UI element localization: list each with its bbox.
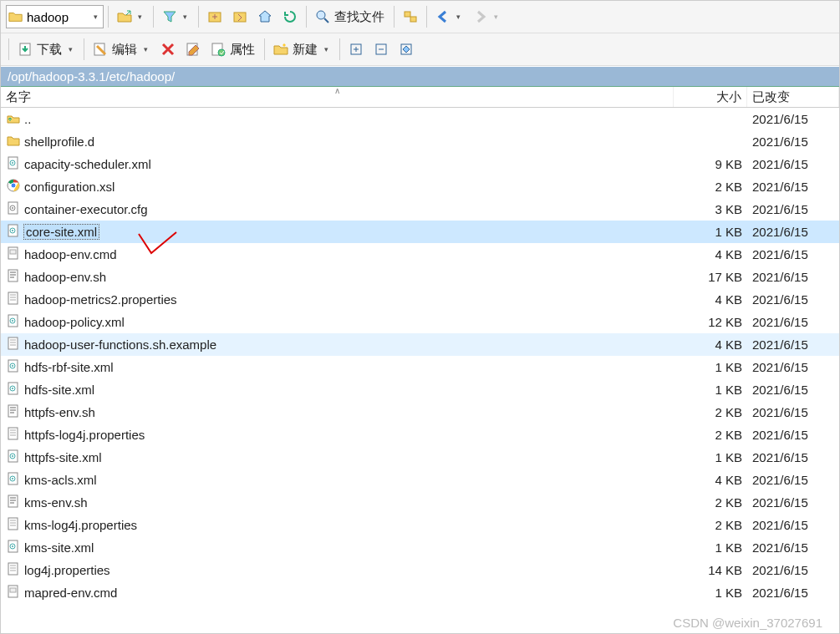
svg-point-20 (12, 207, 13, 209)
file-size: 3 KB (674, 202, 747, 216)
file-row[interactable]: hadoop-metrics2.properties4 KB2021/6/15 (1, 288, 839, 311)
file-date: 2021/6/15 (747, 180, 839, 194)
file-date: 2021/6/15 (747, 428, 839, 442)
file-row[interactable]: hadoop-policy.xml12 KB2021/6/15 (1, 311, 839, 333)
back-button[interactable]: ▾ (431, 5, 467, 28)
watermark: CSDN @weixin_37027691 (673, 616, 822, 630)
properties-button[interactable]: 属性 (206, 38, 260, 61)
svg-rect-51 (8, 563, 18, 575)
cmd-icon (6, 584, 21, 601)
sort-ascending-icon: ∧ (334, 86, 340, 95)
refresh-button[interactable] (278, 5, 302, 28)
header-date[interactable]: 已改变 (747, 87, 839, 107)
file-date: 2021/6/15 (747, 360, 839, 374)
separator (264, 38, 265, 60)
file-date: 2021/6/15 (747, 157, 839, 171)
header-size[interactable]: 大小 (674, 87, 747, 107)
forward-button[interactable]: ▾ (469, 5, 505, 28)
svg-rect-3 (405, 12, 410, 17)
chevron-down-icon[interactable]: ▾ (135, 13, 145, 21)
file-row[interactable]: configuration.xsl2 KB2021/6/15 (1, 175, 839, 198)
file-name: shellprofile.d (24, 134, 94, 149)
file-row[interactable]: hadoop-env.cmd4 KB2021/6/15 (1, 243, 839, 266)
edit-button[interactable]: 编辑 ▾ (89, 38, 155, 61)
file-row[interactable]: shellprofile.d2021/6/15 (1, 130, 839, 153)
file-name: kms-site.xml (24, 540, 94, 555)
txt-icon (6, 561, 21, 579)
file-row[interactable]: hadoop-user-functions.sh.example4 KB2021… (1, 333, 839, 356)
separator (198, 6, 199, 28)
new-button[interactable]: 新建 ▾ (269, 38, 335, 61)
collapse-button[interactable] (369, 38, 393, 61)
rename-button[interactable] (181, 38, 205, 61)
file-row[interactable]: kms-acls.xml4 KB2021/6/15 (1, 469, 839, 491)
file-row[interactable]: log4j.properties14 KB2021/6/15 (1, 559, 839, 581)
address-bar[interactable]: /opt/hadoop-3.3.1/etc/hadoop/ (1, 66, 839, 87)
svg-rect-31 (8, 337, 18, 349)
file-name: hadoop-policy.xml (24, 315, 125, 329)
filter-button[interactable]: ▾ (158, 5, 194, 28)
txt-icon (6, 516, 21, 534)
txt-icon (6, 336, 21, 353)
file-size: 1 KB (674, 450, 747, 464)
toolbar-row-2: 下载 ▾ 编辑 ▾ 属性 新建 ▾ (1, 33, 839, 66)
file-row[interactable]: httpfs-env.sh2 KB2021/6/15 (1, 401, 839, 424)
up-icon (6, 110, 21, 128)
sync-tree-button[interactable] (399, 5, 422, 28)
file-row[interactable]: kms-log4j.properties2 KB2021/6/15 (1, 514, 839, 536)
file-size: 4 KB (674, 247, 747, 261)
open-remote-button[interactable]: ▾ (113, 5, 149, 28)
path-combo[interactable]: ▾ (6, 5, 104, 28)
file-row[interactable]: container-executor.cfg3 KB2021/6/15 (1, 198, 839, 221)
file-row[interactable]: hdfs-rbf-site.xml1 KB2021/6/15 (1, 356, 839, 378)
file-row[interactable]: ..2021/6/15 (1, 108, 839, 130)
file-row[interactable]: hadoop-env.sh17 KB2021/6/15 (1, 266, 839, 288)
file-row[interactable]: core-site.xml1 KB2021/6/15 (1, 221, 839, 243)
file-date: 2021/6/15 (747, 202, 839, 216)
file-name: hdfs-site.xml (24, 383, 94, 397)
chevron-down-icon[interactable]: ▾ (90, 13, 101, 21)
expand-button[interactable] (344, 38, 368, 61)
chevron-down-icon[interactable]: ▾ (65, 45, 76, 53)
svg-rect-39 (8, 428, 18, 439)
svg-point-34 (12, 365, 13, 367)
file-row[interactable]: kms-site.xml1 KB2021/6/15 (1, 536, 839, 559)
file-size: 2 KB (674, 428, 747, 442)
home-button[interactable] (253, 5, 277, 28)
new-label: 新建 (291, 42, 319, 58)
svg-point-23 (12, 230, 13, 231)
separator (339, 38, 340, 60)
delete-button[interactable] (156, 38, 180, 61)
address-text: /opt/hadoop-3.3.1/etc/hadoop/ (8, 69, 175, 84)
chevron-down-icon[interactable]: ▾ (321, 45, 332, 53)
find-files-button[interactable]: 查找文件 (311, 5, 389, 28)
folder-left-button[interactable] (203, 5, 227, 28)
select-all-button[interactable] (395, 38, 418, 61)
sh-icon (6, 268, 21, 286)
file-row[interactable]: httpfs-site.xml1 KB2021/6/15 (1, 446, 839, 469)
chevron-down-icon[interactable]: ▾ (180, 13, 191, 21)
file-row[interactable]: mapred-env.cmd1 KB2021/6/15 (1, 581, 839, 604)
folder-right-button[interactable] (228, 5, 252, 28)
svg-rect-4 (410, 17, 416, 22)
file-name: httpfs-log4j.properties (24, 428, 145, 442)
folder-icon (6, 133, 21, 150)
file-date: 2021/6/15 (747, 450, 839, 464)
download-button[interactable]: 下载 ▾ (13, 38, 79, 61)
file-date: 2021/6/15 (747, 563, 839, 577)
file-name: container-executor.cfg (24, 202, 148, 216)
header-name[interactable]: 名字 ∧ (1, 87, 674, 107)
file-name: hadoop-env.cmd (24, 247, 117, 261)
svg-point-9 (218, 49, 225, 56)
chevron-down-icon[interactable]: ▾ (140, 45, 151, 53)
file-row[interactable]: httpfs-log4j.properties2 KB2021/6/15 (1, 424, 839, 446)
chevron-down-icon[interactable]: ▾ (453, 13, 464, 21)
file-row[interactable]: hdfs-site.xml1 KB2021/6/15 (1, 378, 839, 401)
file-size: 1 KB (674, 586, 747, 600)
file-row[interactable]: capacity-scheduler.xml9 KB2021/6/15 (1, 153, 839, 175)
file-name: kms-env.sh (24, 495, 88, 510)
svg-point-30 (12, 320, 13, 322)
file-row[interactable]: kms-env.sh2 KB2021/6/15 (1, 491, 839, 514)
file-size: 17 KB (674, 270, 747, 284)
path-input[interactable] (23, 10, 90, 24)
